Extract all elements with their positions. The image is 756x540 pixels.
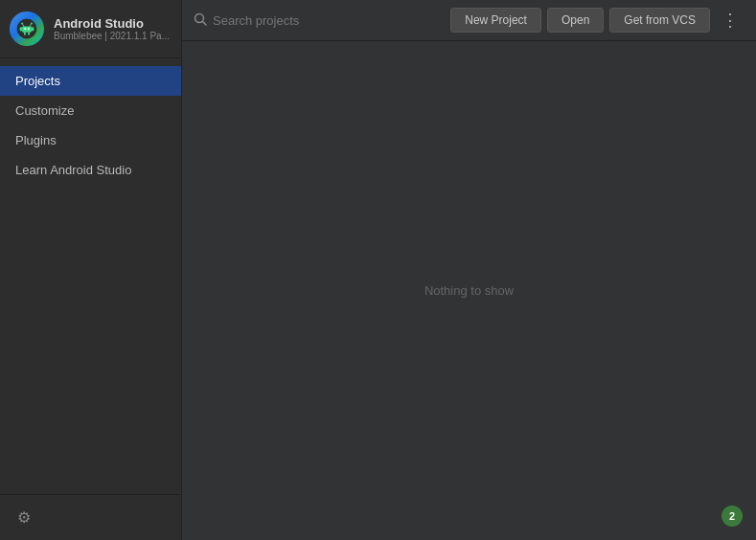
search-icon [194, 12, 207, 29]
svg-point-7 [28, 28, 30, 30]
nav-list: Projects Customize Plugins Learn Android… [0, 58, 181, 494]
app-title: Android Studio [54, 16, 170, 31]
sidebar-item-customize[interactable]: Customize [0, 96, 181, 125]
open-button[interactable]: Open [547, 8, 604, 33]
sidebar-header: Android Studio Bumblebee | 2021.1.1 Pa..… [0, 0, 181, 58]
search-container [194, 12, 443, 29]
sidebar-item-projects[interactable]: Projects [0, 66, 181, 96]
svg-point-6 [24, 28, 26, 30]
svg-rect-8 [20, 27, 22, 31]
toolbar-buttons: New Project Open Get from VCS ⋮ [450, 8, 745, 33]
notification-badge[interactable]: 2 [722, 506, 743, 527]
svg-rect-9 [32, 27, 34, 31]
sidebar-footer: ⚙ [0, 494, 181, 540]
search-input[interactable] [213, 13, 443, 28]
svg-rect-10 [24, 33, 26, 35]
settings-button[interactable]: ⚙ [13, 505, 34, 530]
svg-point-5 [31, 23, 33, 25]
app-title-block: Android Studio Bumblebee | 2021.1.1 Pa..… [54, 16, 170, 41]
main-area: New Project Open Get from VCS ⋮ Nothing … [182, 0, 756, 540]
content-area: Nothing to show 2 [182, 41, 756, 540]
app-logo [10, 11, 44, 46]
sidebar-item-learn[interactable]: Learn Android Studio [0, 155, 181, 185]
settings-icon: ⚙ [17, 508, 31, 527]
svg-rect-1 [22, 27, 32, 33]
app-subtitle: Bumblebee | 2021.1.1 Pa... [54, 31, 170, 41]
svg-rect-11 [28, 33, 30, 35]
svg-point-3 [21, 23, 23, 25]
sidebar: Android Studio Bumblebee | 2021.1.1 Pa..… [0, 0, 182, 540]
sidebar-item-plugins[interactable]: Plugins [0, 125, 181, 155]
get-from-vcs-button[interactable]: Get from VCS [609, 8, 710, 33]
more-options-button[interactable]: ⋮ [716, 10, 745, 31]
svg-line-13 [203, 21, 207, 25]
toolbar: New Project Open Get from VCS ⋮ [182, 0, 756, 41]
new-project-button[interactable]: New Project [450, 8, 541, 33]
empty-message: Nothing to show [424, 283, 514, 298]
